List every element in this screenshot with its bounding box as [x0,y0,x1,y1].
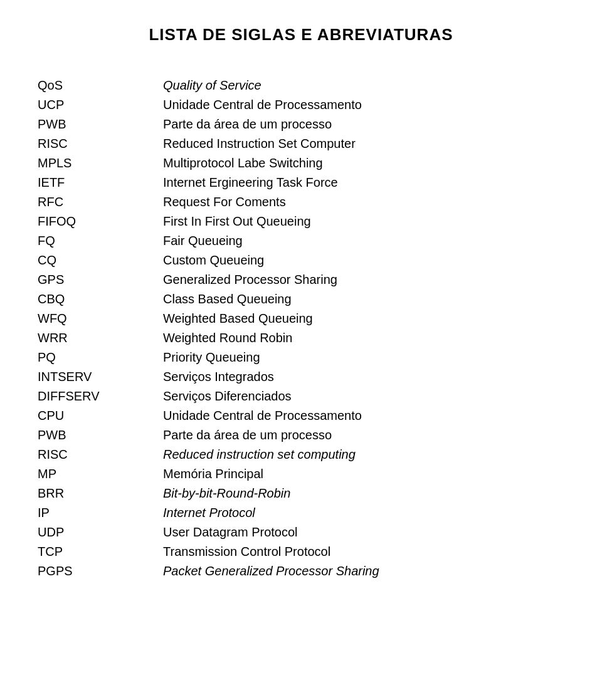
table-row: WFQWeighted Based Queueing [38,309,564,328]
abbreviation-code: PGPS [38,562,163,581]
table-row: IETFInternet Ergineering Task Force [38,173,564,192]
abbreviation-code: CQ [38,251,163,270]
abbreviation-definition: First In First Out Queueing [163,212,564,231]
abbreviation-code: QoS [38,76,163,95]
abbreviation-definition: Internet Protocol [163,503,564,523]
abbreviation-code: RISC [38,134,163,154]
table-row: PQPriority Queueing [38,348,564,367]
table-row: IPInternet Protocol [38,503,564,523]
table-row: CPUUnidade Central de Processamento [38,406,564,426]
table-row: CBQClass Based Queueing [38,290,564,309]
table-row: MPLSMultiprotocol Labe Switching [38,154,564,173]
abbreviation-code: TCP [38,542,163,562]
abbreviation-definition: Fair Queueing [163,231,564,251]
abbreviation-definition: Custom Queueing [163,251,564,270]
abbreviation-definition: Reduced Instruction Set Computer [163,134,564,154]
abbreviation-code: DIFFSERV [38,387,163,406]
page-title: LISTA DE SIGLAS E ABREVIATURAS [38,25,564,44]
abbreviation-definition: Internet Ergineering Task Force [163,173,564,192]
table-row: GPSGeneralized Processor Sharing [38,270,564,290]
abbreviation-code: GPS [38,270,163,290]
abbreviation-definition: Unidade Central de Processamento [163,406,564,426]
table-row: WRRWeighted Round Robin [38,328,564,348]
abbreviation-definition: Packet Generalized Processor Sharing [163,562,564,581]
abbreviation-definition: Serviços Diferenciados [163,387,564,406]
table-row: FIFOQFirst In First Out Queueing [38,212,564,231]
table-row: TCPTransmission Control Protocol [38,542,564,562]
abbreviation-code: MPLS [38,154,163,173]
table-row: PWBParte da área de um processo [38,115,564,134]
abbreviation-code: FIFOQ [38,212,163,231]
abbreviation-definition: Multiprotocol Labe Switching [163,154,564,173]
abbreviation-code: PWB [38,426,163,445]
abbreviation-code: IETF [38,173,163,192]
abbreviation-definition: Request For Coments [163,192,564,212]
table-row: MPMemória Principal [38,464,564,484]
abbreviation-code: INTSERV [38,367,163,387]
abbreviation-definition: Weighted Round Robin [163,328,564,348]
abbreviation-code: IP [38,503,163,523]
abbreviation-code: WRR [38,328,163,348]
abbreviation-code: RFC [38,192,163,212]
abbreviation-code: FQ [38,231,163,251]
abbreviation-definition: Generalized Processor Sharing [163,270,564,290]
abbreviation-code: PWB [38,115,163,134]
abbreviation-code: MP [38,464,163,484]
abbreviation-definition: Bit-by-bit-Round-Robin [163,484,564,503]
table-row: RISCReduced instruction set computing [38,445,564,464]
abbreviation-code: CBQ [38,290,163,309]
abbreviation-code: RISC [38,445,163,464]
table-row: RFCRequest For Coments [38,192,564,212]
abbreviation-definition: Transmission Control Protocol [163,542,564,562]
table-row: RISCReduced Instruction Set Computer [38,134,564,154]
table-row: CQCustom Queueing [38,251,564,270]
table-row: UCPUnidade Central de Processamento [38,95,564,115]
table-row: QoSQuality of Service [38,76,564,95]
abbreviation-code: PQ [38,348,163,367]
abbreviation-list: QoSQuality of ServiceUCPUnidade Central … [38,76,564,581]
abbreviation-code: WFQ [38,309,163,328]
table-row: BRRBit-by-bit-Round-Robin [38,484,564,503]
abbreviation-definition: Reduced instruction set computing [163,445,564,464]
abbreviation-code: UCP [38,95,163,115]
table-row: INTSERVServiços Integrados [38,367,564,387]
abbreviation-definition: Serviços Integrados [163,367,564,387]
abbreviation-definition: Quality of Service [163,76,564,95]
abbreviation-definition: Unidade Central de Processamento [163,95,564,115]
abbreviation-definition: Memória Principal [163,464,564,484]
abbreviation-definition: Parte da área de um processo [163,426,564,445]
table-row: PGPSPacket Generalized Processor Sharing [38,562,564,581]
abbreviation-definition: Weighted Based Queueing [163,309,564,328]
abbreviation-code: UDP [38,523,163,542]
abbreviation-definition: Priority Queueing [163,348,564,367]
table-row: UDPUser Datagram Protocol [38,523,564,542]
abbreviation-definition: User Datagram Protocol [163,523,564,542]
abbreviation-definition: Class Based Queueing [163,290,564,309]
abbreviation-code: CPU [38,406,163,426]
abbreviation-definition: Parte da área de um processo [163,115,564,134]
table-row: FQFair Queueing [38,231,564,251]
table-row: DIFFSERVServiços Diferenciados [38,387,564,406]
abbreviation-code: BRR [38,484,163,503]
table-row: PWBParte da área de um processo [38,426,564,445]
